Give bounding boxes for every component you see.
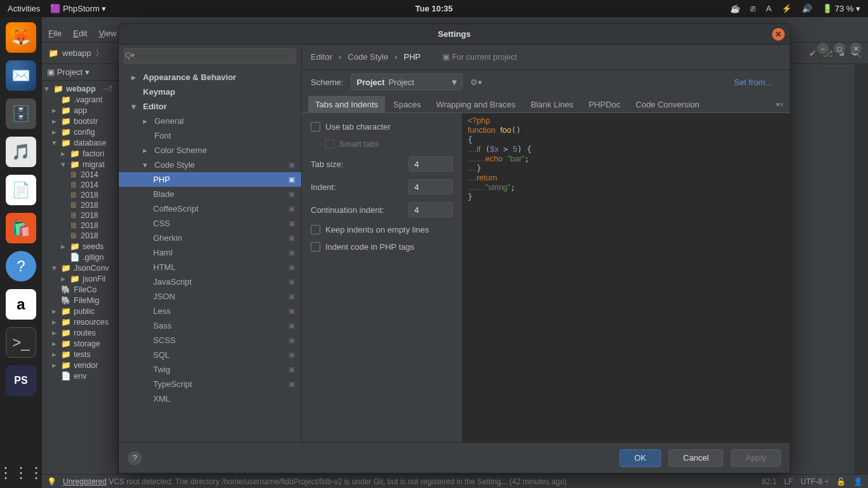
keyboard-indicator-1[interactable]: ⎚ (750, 4, 756, 13)
settings-search-input[interactable] (124, 48, 296, 64)
scheme-selector[interactable]: Project Project ▼ (351, 74, 463, 90)
tab-tabs-indents[interactable]: Tabs and Indents (308, 96, 385, 112)
tab-spaces[interactable]: Spaces (386, 96, 428, 112)
volume-icon[interactable]: 🔊 (802, 4, 812, 13)
encoding[interactable]: UTF-8 ÷ (801, 477, 829, 486)
tab-phpdoc[interactable]: PHPDoc (581, 96, 627, 112)
ok-button[interactable]: OK (620, 449, 661, 467)
window-maximize[interactable]: ◻ (834, 43, 845, 54)
dock-libreoffice[interactable]: 📄 (6, 175, 36, 205)
nav-gherkin[interactable]: Gherkin▣ (119, 231, 301, 245)
activities-button[interactable]: Activities (8, 4, 40, 13)
set-from-link[interactable]: Set from... (734, 78, 781, 87)
nav-css[interactable]: CSS▣ (119, 216, 301, 231)
status-message[interactable]: Unregistered VCS root detected: The dire… (63, 477, 567, 486)
crumb-php: PHP (403, 52, 421, 62)
nav-sql[interactable]: SQL▣ (119, 348, 301, 362)
nav-scss[interactable]: SCSS▣ (119, 333, 301, 348)
nav-javascript[interactable]: JavaScript▣ (119, 274, 301, 289)
nav-color-scheme[interactable]: ▸Color Scheme (119, 143, 301, 158)
settings-breadcrumb: Editor › Code Style › PHP ▣ For current … (302, 44, 790, 70)
nav-less[interactable]: Less▣ (119, 304, 301, 318)
cancel-button[interactable]: Cancel (668, 449, 723, 467)
dock-amazon[interactable]: a (6, 289, 36, 320)
tab-wrapping[interactable]: Wrapping and Braces (429, 96, 522, 112)
scope-label: ▣ For current project (442, 52, 517, 62)
nav-json[interactable]: JSON▣ (119, 289, 301, 304)
dock-show-apps[interactable]: ⋮⋮⋮ (6, 458, 36, 488)
nav-haml[interactable]: Haml▣ (119, 245, 301, 260)
indent-label: Indent: (311, 182, 336, 192)
menu-file[interactable]: FFileile (48, 29, 62, 38)
dock-thunderbird[interactable]: ✉️ (6, 60, 36, 91)
read-lock-icon[interactable]: 🔓 (836, 477, 846, 486)
project-tree[interactable]: ▾📁webapp ~/f 📁.vagrant ▸📁app ▸📁bootstr ▸… (42, 81, 118, 384)
nav-font[interactable]: Font (119, 128, 301, 143)
nav-php[interactable]: PHP▣ (119, 172, 301, 187)
code-preview: <?php function foo() { ....if ($x > 5) {… (462, 113, 790, 442)
vcs-icon[interactable]: ✔ (809, 48, 817, 58)
menu-view[interactable]: View (98, 29, 116, 38)
nav-general[interactable]: ▸General (119, 114, 301, 128)
scheme-actions-gear-icon[interactable]: ⚙▾ (470, 78, 482, 87)
indent-input[interactable] (409, 179, 453, 194)
tab-code-conversion[interactable]: Code Conversion (628, 96, 706, 112)
nav-xml[interactable]: XML (119, 391, 301, 406)
settings-dialog: Settings ✕ Q▾ ▸Appearance & Behavior Key… (118, 24, 790, 473)
dock-help[interactable]: ? (6, 251, 36, 281)
project-tool-window[interactable]: ▣ Project ▾ ▾📁webapp ~/f 📁.vagrant ▸📁app… (42, 64, 118, 488)
dialog-close-button[interactable]: ✕ (772, 28, 785, 41)
keep-indents-checkbox[interactable]: Keep indents on empty lines (311, 225, 453, 234)
wifi-icon[interactable]: ⚡ (782, 4, 792, 13)
nav-editor[interactable]: ▾Editor (119, 99, 301, 114)
nav-code-style[interactable]: ▾Code Style▣ (119, 158, 301, 172)
dialog-title-bar[interactable]: Settings ✕ (119, 24, 790, 44)
crumb-editor[interactable]: Editor (311, 52, 332, 62)
dock-rhythmbox[interactable]: 🎵 (6, 137, 36, 167)
dock-software[interactable]: 🛍️ (6, 213, 36, 243)
settings-tree[interactable]: ▸Appearance & Behavior Keymap ▾Editor ▸G… (119, 67, 301, 442)
tab-size-input[interactable] (409, 156, 453, 172)
nav-blade[interactable]: Blade▣ (119, 187, 301, 201)
chevron-right-icon: › (339, 52, 341, 62)
window-close[interactable]: ✕ (850, 43, 862, 54)
tab-blank-lines[interactable]: Blank Lines (524, 96, 580, 112)
dock-files[interactable]: 🗄️ (6, 98, 36, 129)
caret-position[interactable]: 82:1 (762, 477, 776, 486)
menu-edit[interactable]: Edit (73, 29, 87, 38)
help-button[interactable]: ? (128, 451, 142, 465)
search-icon: Q▾ (125, 51, 135, 60)
gnome-top-bar: Activities 🟪 PhpStorm ▾ Tue 10:35 ☕ ⎚ A … (0, 0, 868, 17)
nav-html[interactable]: HTML▣ (119, 260, 301, 274)
bulb-icon[interactable]: 💡 (47, 477, 57, 486)
breadcrumb-root[interactable]: webapp (62, 48, 92, 58)
nav-twig[interactable]: Twig▣ (119, 362, 301, 377)
dock-phpstorm[interactable]: PS (6, 365, 36, 396)
continuation-indent-input[interactable] (409, 202, 453, 217)
app-menu[interactable]: 🟪 PhpStorm ▾ (50, 4, 106, 13)
line-separator[interactable]: LF (784, 477, 793, 486)
indent-php-tags-checkbox[interactable]: Indent code in PHP tags (311, 242, 453, 252)
window-minimize[interactable]: – (817, 43, 829, 54)
nav-appearance[interactable]: ▸Appearance & Behavior (119, 70, 301, 85)
keyboard-indicator-2[interactable]: A (766, 4, 771, 13)
nav-sass[interactable]: Sass▣ (119, 318, 301, 333)
crumb-code-style[interactable]: Code Style (348, 52, 388, 62)
indent-options: Use tab character Smart tabs Tab size: I… (302, 113, 462, 442)
apply-button[interactable]: Apply (731, 449, 781, 467)
dialog-title: Settings (438, 29, 470, 39)
hector-icon[interactable]: 👤 (853, 477, 863, 486)
project-dropdown[interactable]: ▣ Project ▾ (47, 67, 90, 77)
coffee-icon[interactable]: ☕ (730, 4, 740, 13)
battery-status[interactable]: 🔋 73 % ▾ (822, 4, 860, 13)
tabs-overflow-icon[interactable]: ▾≡ (776, 100, 783, 112)
folder-icon: 📁 (48, 48, 58, 58)
editor-gutter (854, 64, 868, 488)
dock-firefox[interactable]: 🦊 (6, 22, 36, 53)
use-tab-checkbox[interactable]: Use tab character (311, 122, 453, 132)
nav-typescript[interactable]: TypeScript▣ (119, 377, 301, 391)
nav-coffeescript[interactable]: CoffeeScript▣ (119, 201, 301, 216)
dock-terminal[interactable]: >_ (6, 327, 36, 358)
clock[interactable]: Tue 10:35 (415, 4, 452, 13)
nav-keymap[interactable]: Keymap (119, 85, 301, 99)
